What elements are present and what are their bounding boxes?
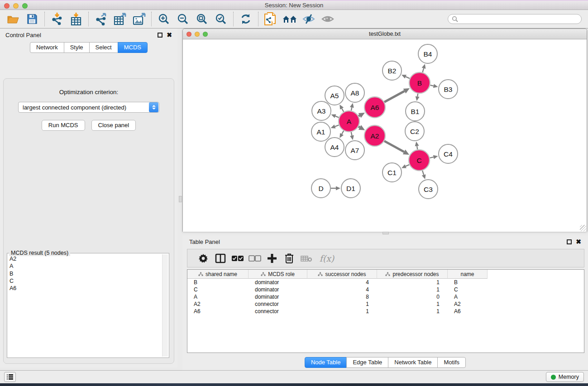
hide-selected-button[interactable]: [299, 11, 318, 27]
column-header-shared-name[interactable]: shared name: [187, 270, 249, 279]
search-field[interactable]: [448, 14, 582, 24]
run-mcds-button[interactable]: Run MCDS: [42, 120, 85, 131]
edge-C-C1[interactable]: [406, 165, 409, 167]
table-cell: B: [187, 279, 249, 286]
add-column-button[interactable]: [263, 251, 281, 266]
zoom-selected-button[interactable]: [211, 11, 230, 27]
function-builder-button[interactable]: f(x): [315, 251, 339, 266]
import-network-button[interactable]: [48, 11, 67, 27]
table-row[interactable]: Bdominator41B: [187, 279, 584, 286]
mcds-result-item[interactable]: A6: [8, 285, 162, 292]
close-panel-button[interactable]: Close panel: [91, 120, 136, 131]
table-row[interactable]: Adominator80A: [187, 293, 584, 300]
dropdown-selected-value: largest connected component (directed): [19, 104, 149, 111]
column-header-successor-nodes[interactable]: successor nodes: [307, 270, 377, 279]
graph-node-label: B4: [424, 50, 432, 58]
column-header-MCDS-role[interactable]: MCDS role: [249, 270, 307, 279]
select-all-button[interactable]: [229, 251, 246, 266]
table-row[interactable]: A2connector11A2: [187, 300, 584, 308]
edge-A2-C[interactable]: [384, 141, 404, 152]
open-file-button[interactable]: [4, 11, 23, 27]
edge-A-A5[interactable]: [342, 109, 344, 112]
tab-mcds[interactable]: MCDS: [118, 42, 148, 53]
graph-node-label: A5: [330, 92, 339, 100]
export-table-button[interactable]: [110, 11, 129, 27]
column-visibility-button[interactable]: [212, 251, 229, 266]
graph-node-label: A7: [351, 147, 359, 154]
memory-button[interactable]: Memory: [546, 372, 584, 382]
save-session-button[interactable]: [23, 11, 42, 27]
column-header-predecessor-nodes[interactable]: predecessor nodes: [377, 270, 448, 279]
tab-node-table[interactable]: Node Table: [305, 357, 347, 368]
toolbar-separator: [233, 12, 234, 26]
column-header-label: name: [460, 271, 474, 277]
mcds-result-item[interactable]: A: [8, 262, 162, 270]
import-table-button[interactable]: [67, 11, 86, 27]
table-row[interactable]: A6connector11A6: [187, 308, 584, 315]
mcds-result-item[interactable]: A2: [8, 255, 162, 262]
edge-C-C4[interactable]: [430, 157, 433, 158]
deselect-all-button[interactable]: [246, 251, 263, 266]
minimize-window-button[interactable]: [13, 3, 19, 9]
table-cell: B: [448, 279, 488, 286]
mcds-result-item[interactable]: C: [8, 277, 162, 285]
search-input[interactable]: [458, 16, 578, 22]
table-cell: 4: [307, 279, 377, 286]
mac-titlebar[interactable]: Session: New Session: [0, 0, 588, 10]
tab-network[interactable]: Network: [30, 42, 64, 53]
edge-B-B3[interactable]: [430, 85, 433, 86]
close-window-button[interactable]: [4, 3, 10, 9]
edge-B-B2[interactable]: [406, 76, 410, 78]
window-resize-grip[interactable]: [580, 225, 586, 231]
new-network-from-selection-button[interactable]: [261, 11, 280, 27]
network-canvas[interactable]: B4B2BB3A8A5A6A3B1AA1C2A2A4A7C4CC1C3DD1: [183, 39, 587, 232]
first-neighbors-button[interactable]: [280, 11, 299, 27]
edge-A-A4[interactable]: [342, 131, 344, 134]
column-header-name[interactable]: name: [448, 270, 488, 279]
close-panel-icon[interactable]: ✖: [167, 33, 172, 38]
edge-A-A8[interactable]: [351, 107, 352, 110]
edge-A-A2[interactable]: [359, 127, 360, 128]
zoom-window-button[interactable]: [22, 3, 28, 9]
float-panel-icon[interactable]: [158, 33, 163, 38]
export-network-button[interactable]: [91, 11, 110, 27]
tab-select[interactable]: Select: [89, 42, 118, 53]
close-network-window-button[interactable]: [186, 32, 191, 37]
zoom-network-window-button[interactable]: [203, 32, 208, 37]
edge-A-A1[interactable]: [335, 125, 339, 126]
minimize-network-window-button[interactable]: [195, 32, 200, 37]
mcds-result-item[interactable]: B: [8, 270, 162, 277]
edge-C-C2[interactable]: [417, 146, 417, 150]
open-folder-icon: [7, 14, 19, 24]
vertical-scrollbar-thumb[interactable]: [179, 196, 182, 202]
delete-column-button[interactable]: [281, 251, 298, 266]
tab-edge-table[interactable]: Edge Table: [346, 357, 388, 368]
edge-C-C3[interactable]: [422, 171, 424, 175]
float-table-panel-icon[interactable]: [567, 239, 572, 244]
network-window-titlebar[interactable]: testGlobe.txt: [183, 29, 587, 39]
tab-style[interactable]: Style: [64, 42, 90, 53]
result-list-scrollbar[interactable]: [162, 254, 168, 357]
tab-motifs[interactable]: Motifs: [437, 357, 466, 368]
optimization-criterion-dropdown[interactable]: largest connected component (directed): [18, 102, 159, 113]
delete-table-button[interactable]: [298, 251, 315, 266]
edge-A6-B[interactable]: [384, 91, 405, 102]
edge-A-A3[interactable]: [335, 116, 339, 118]
tab-network-table[interactable]: Network Table: [388, 357, 438, 368]
horizontal-scrollbar-thumb[interactable]: [382, 232, 389, 234]
refresh-view-button[interactable]: [236, 11, 255, 27]
table-settings-button[interactable]: [195, 251, 212, 266]
edge-B-B4[interactable]: [422, 68, 424, 72]
show-panel-menu-button[interactable]: [4, 372, 16, 382]
show-all-button[interactable]: [318, 11, 337, 27]
table-row[interactable]: Cdominator41C: [187, 286, 584, 293]
export-image-button[interactable]: [129, 11, 148, 27]
edge-A-A7[interactable]: [351, 132, 352, 136]
zoom-in-button[interactable]: [154, 11, 173, 27]
edge-A-A6[interactable]: [359, 115, 360, 116]
zoom-fit-button[interactable]: [192, 11, 211, 27]
close-table-panel-icon[interactable]: ✖: [576, 239, 581, 244]
zoom-out-button[interactable]: [173, 11, 192, 27]
memory-label: Memory: [559, 374, 579, 380]
edge-B-B1[interactable]: [417, 94, 418, 97]
